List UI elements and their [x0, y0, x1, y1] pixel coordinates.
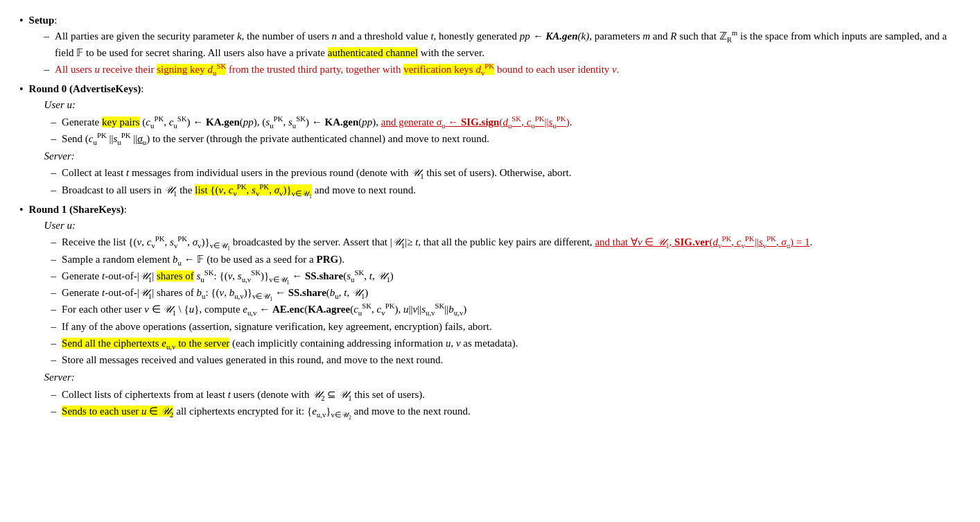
- dash-r0-s1: –: [51, 165, 57, 181]
- dash-r1-1: –: [51, 234, 57, 250]
- round0-section: • Round 0 (AdvertiseKeys): User u: – Gen…: [19, 81, 961, 199]
- r1-server-1: – Collect lists of ciphertexts from at l…: [51, 387, 961, 403]
- server-label-r1: Server:: [44, 369, 961, 385]
- dash-2: –: [44, 62, 50, 78]
- bullet-round1: •: [19, 202, 24, 219]
- math-m-r: m: [642, 31, 650, 42]
- setup-item-1: – All parties are given the security par…: [44, 28, 961, 61]
- r1-item-3: – Generate t-out-of-|𝒰1| shares of suSK:…: [51, 268, 961, 284]
- r1-item-2-body: Sample a random element bu ← 𝔽 (to be us…: [62, 252, 961, 268]
- dash-r0-s2: –: [51, 182, 57, 198]
- round0-body: Round 0 (AdvertiseKeys): User u: – Gener…: [29, 81, 961, 199]
- r1-item-7: – Send all the ciphertexts eu,v to the s…: [51, 336, 961, 351]
- dash-r1-s1: –: [51, 387, 57, 403]
- setup-section: • Setup: – All parties are given the sec…: [19, 12, 961, 78]
- r0-server-1-body: Collect at least t messages from individ…: [62, 165, 961, 181]
- user-u-label-r1: User u:: [44, 218, 961, 234]
- round0-colon: :: [141, 83, 143, 94]
- main-content: • Setup: – All parties are given the sec…: [19, 12, 961, 420]
- highlight-auth-channel: authenticated channel: [328, 47, 418, 58]
- setup-colon: :: [54, 15, 57, 26]
- setup-item-1-body: All parties are given the security param…: [55, 28, 961, 61]
- round1-colon: :: [124, 204, 127, 215]
- r1-item-5: – For each other user v ∈ 𝒰1 \ {u}, comp…: [51, 302, 961, 317]
- dash-r1-2: –: [51, 252, 57, 268]
- dash-r1-s2: –: [51, 403, 57, 419]
- round0-title: Round 0 (AdvertiseKeys): [29, 83, 141, 94]
- bullet-round0: •: [19, 81, 24, 98]
- dash-r1-7: –: [51, 336, 57, 351]
- r1-item-6: – If any of the above operations (assert…: [51, 319, 961, 335]
- r1-item-1-body: Receive the list {(v, cvPK, svPK, σv)}v∈…: [62, 234, 961, 250]
- round1-title: Round 1 (ShareKeys): [29, 204, 124, 215]
- dash-r0-2: –: [51, 131, 57, 147]
- r0-server-1: – Collect at least t messages from indiv…: [51, 165, 961, 181]
- r1-item-4-body: Generate t-out-of-|𝒰1| shares of bu: {(v…: [62, 285, 961, 301]
- r0-server-2-body: Broadcast to all users in 𝒰1 the list {(…: [62, 182, 961, 198]
- user-u-label-r0: User u:: [44, 97, 961, 113]
- r1-item-3-body: Generate t-out-of-|𝒰1| shares of suSK: {…: [62, 268, 961, 284]
- dash-r1-3: –: [51, 268, 57, 284]
- round1-body: Round 1 (ShareKeys): User u: – Receive t…: [29, 202, 961, 420]
- r1-item-1: – Receive the list {(v, cvPK, svPK, σv)}…: [51, 234, 961, 250]
- dash-1: –: [44, 28, 50, 44]
- setup-title: Setup: [29, 15, 55, 26]
- r0-item-1: – Generate key pairs (cuPK, cuSK) ← KA.g…: [51, 114, 961, 130]
- math-pp: pp ← KA.gen(k): [520, 31, 589, 42]
- dash-r0-1: –: [51, 114, 57, 130]
- server-label-r0: Server:: [44, 148, 961, 164]
- setup-item-2: – All users u receive their signing key …: [44, 62, 961, 78]
- r0-server-2: – Broadcast to all users in 𝒰1 the list …: [51, 182, 961, 198]
- r1-item-8-body: Store all messages received and values g…: [62, 352, 961, 368]
- dash-r1-6: –: [51, 319, 57, 335]
- r0-item-2-body: Send (cuPK ||suPK ||σu) to the server (t…: [62, 131, 961, 147]
- r1-item-2: – Sample a random element bu ← 𝔽 (to be …: [51, 252, 961, 268]
- dash-r1-4: –: [51, 285, 57, 301]
- r1-server-1-body: Collect lists of ciphertexts from at lea…: [62, 387, 961, 403]
- r1-server-2-body: Sends to each user u ∈ 𝒰2 all ciphertext…: [62, 403, 961, 419]
- math-t: t: [430, 31, 433, 42]
- r1-server-2: – Sends to each user u ∈ 𝒰2 all cipherte…: [51, 403, 961, 419]
- r0-item-2: – Send (cuPK ||suPK ||σu) to the server …: [51, 131, 961, 147]
- math-k: k: [237, 31, 242, 42]
- setup-body: Setup: – All parties are given the secur…: [29, 12, 961, 78]
- r1-item-4: – Generate t-out-of-|𝒰1| shares of bu: {…: [51, 285, 961, 301]
- bullet-setup: •: [19, 12, 24, 30]
- r1-item-7-body: Send all the ciphertexts eu,v to the ser…: [62, 336, 961, 351]
- dash-r1-5: –: [51, 302, 57, 317]
- r1-item-8: – Store all messages received and values…: [51, 352, 961, 368]
- r1-item-5-body: For each other user v ∈ 𝒰1 \ {u}, comput…: [62, 302, 961, 317]
- math-R: R: [670, 31, 676, 42]
- dash-r1-8: –: [51, 352, 57, 368]
- math-n: n: [332, 31, 338, 42]
- setup-item-2-body: All users u receive their signing key du…: [55, 62, 961, 78]
- round1-section: • Round 1 (ShareKeys): User u: – Receive…: [19, 202, 961, 420]
- r1-item-6-body: If any of the above operations (assertio…: [62, 319, 961, 335]
- r0-item-1-body: Generate key pairs (cuPK, cuSK) ← KA.gen…: [62, 114, 961, 130]
